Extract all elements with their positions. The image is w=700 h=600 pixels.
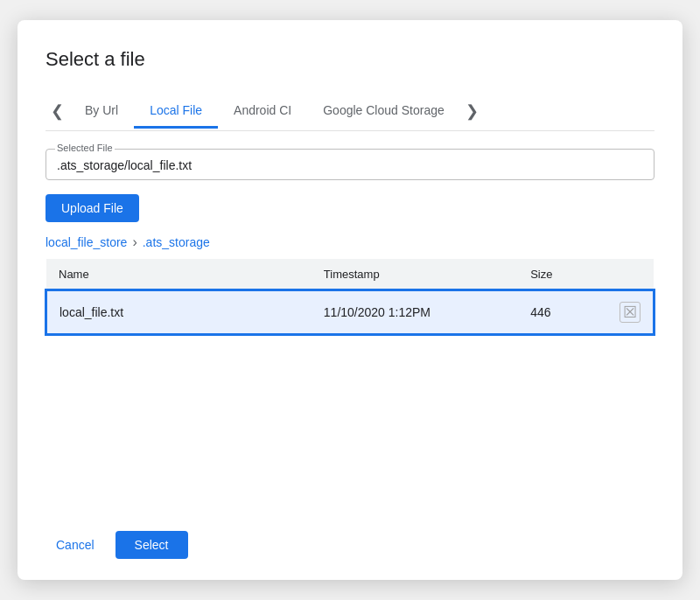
breadcrumb: local_file_store › .ats_storage [46, 234, 654, 250]
col-header-name: Name [46, 259, 312, 290]
file-timestamp-cell: 11/10/2020 1:12PM [312, 290, 518, 334]
file-name-cell: local_file.txt [46, 290, 312, 334]
delete-file-icon[interactable]: ☒ [620, 302, 640, 323]
table-row[interactable]: local_file.txt 11/10/2020 1:12PM 446 ☒ [46, 290, 654, 334]
col-header-timestamp: Timestamp [312, 259, 518, 290]
content-area: Selected File .ats_storage/local_file.tx… [46, 131, 654, 510]
selected-file-field: Selected File .ats_storage/local_file.tx… [46, 149, 654, 180]
col-header-size: Size [518, 259, 607, 290]
upload-file-button[interactable]: Upload File [46, 194, 139, 222]
breadcrumb-link-ats-storage[interactable]: .ats_storage [143, 235, 210, 249]
tab-by-url[interactable]: By Url [69, 94, 134, 129]
file-size-cell: 446 [518, 290, 607, 334]
dialog-footer: Cancel Select [46, 510, 654, 559]
breadcrumb-separator: › [132, 234, 136, 250]
tab-prev-arrow[interactable]: ❮ [46, 92, 69, 130]
table-header-row: Name Timestamp Size [46, 259, 654, 290]
tab-local-file[interactable]: Local File [134, 94, 218, 129]
file-table: Name Timestamp Size local_file.txt 11/10… [46, 259, 654, 335]
tab-android-ci[interactable]: Android CI [218, 94, 307, 129]
tabs-row: ❮ By Url Local File Android CI Google Cl… [46, 92, 654, 131]
selected-file-label: Selected File [55, 143, 115, 153]
dialog: Select a file ❮ By Url Local File Androi… [18, 20, 682, 580]
tab-google-cloud-storage[interactable]: Google Cloud Storage [307, 94, 460, 129]
selected-file-value: .ats_storage/local_file.txt [57, 155, 643, 172]
tab-next-arrow[interactable]: ❯ [460, 92, 484, 130]
file-action-cell: ☒ [607, 290, 654, 334]
breadcrumb-link-local-file-store[interactable]: local_file_store [46, 235, 127, 249]
cancel-button[interactable]: Cancel [46, 531, 105, 559]
select-button[interactable]: Select [116, 531, 188, 559]
col-header-action [607, 259, 654, 290]
dialog-title: Select a file [46, 48, 654, 71]
